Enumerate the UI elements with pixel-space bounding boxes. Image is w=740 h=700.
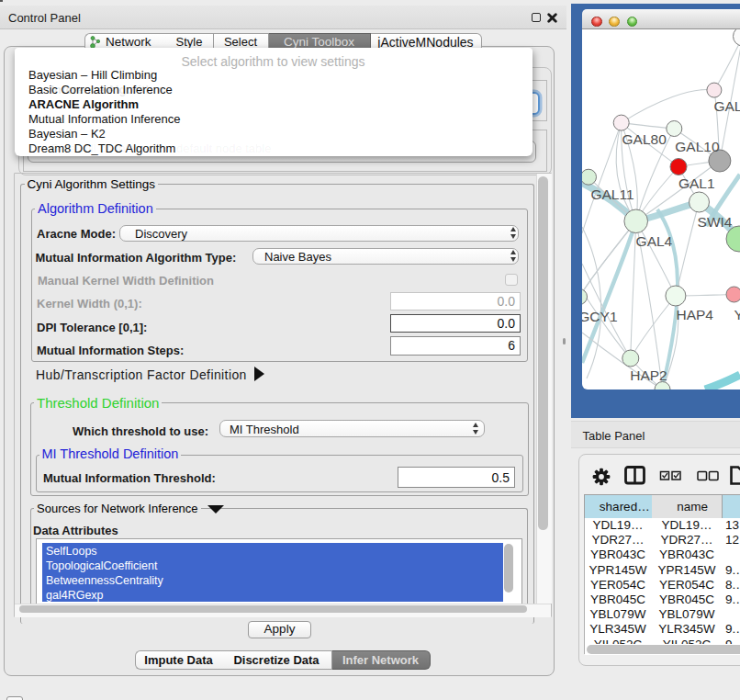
svg-text:GAL1: GAL1	[678, 175, 715, 191]
svg-text:GAL80: GAL80	[622, 131, 667, 147]
svg-text:HAP4: HAP4	[676, 307, 713, 322]
svg-text:GAL11: GAL11	[590, 186, 633, 202]
svg-text:GAL10: GAL10	[675, 139, 720, 154]
svg-text:SWI4: SWI4	[698, 214, 733, 230]
svg-text:GAL4: GAL4	[636, 233, 673, 249]
svg-text:GAL7: GAL7	[713, 98, 740, 114]
svg-text:YJL2: YJL2	[734, 307, 740, 322]
svg-text:HAP2: HAP2	[630, 367, 667, 383]
svg-text:GCY1: GCY1	[582, 309, 618, 324]
